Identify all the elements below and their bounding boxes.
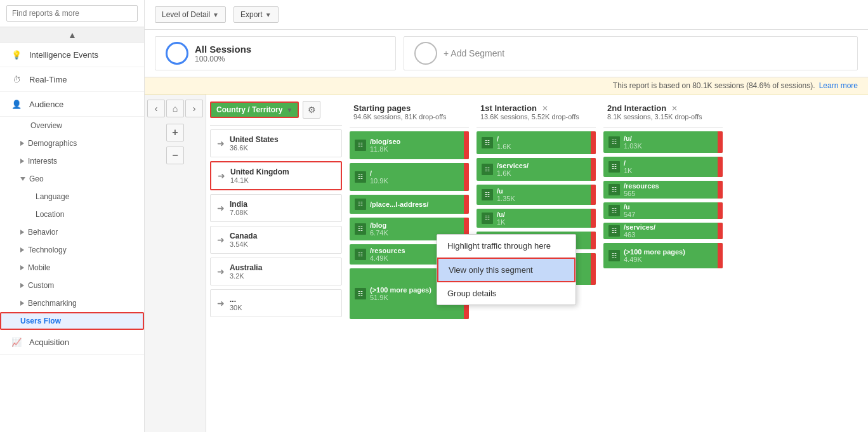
segment-info: All Sessions 100.00% [195,44,251,63]
sidebar-item-mobile[interactable]: Mobile [0,259,144,277]
flow-page-node-place[interactable]: ☷ /place...l-address/ [350,195,469,214]
col3-subtitle: 13.6K sessions, 5.52K drop-offs [480,113,592,121]
expand-icon [20,283,24,288]
flow-node-australia[interactable]: ➜ Australia 3.2K [210,258,342,285]
flow-page-node-c4-2[interactable]: ☷ /1K [603,157,723,177]
sidebar-item-language[interactable]: Language [0,188,144,206]
flow-column-1: Country / Territory ▼ ⚙ ➜ United States … [206,101,346,426]
col1-dropdown[interactable]: Country / Territory ▼ [210,101,299,118]
sidebar-item-custom[interactable]: Custom [0,277,144,294]
sidebar-item-overview[interactable]: Overview [0,117,144,134]
sidebar-item-intelligence-events[interactable]: 💡 Intelligence Events [0,43,144,67]
nav-arrows: ‹ ⌂ › + − [145,95,206,432]
flow-node-uk[interactable]: ➜ United Kingdom 14.1K [210,161,342,190]
flow-node-india[interactable]: ➜ India 7.08K [210,194,342,222]
sidebar-item-technology[interactable]: Technology [0,241,144,259]
page-icon: ☷ [608,250,620,261]
drop-bar [718,181,723,199]
node-arrow-icon: ➜ [217,298,225,308]
sidebar-item-acquisition[interactable]: 📈 Acquisition [0,330,144,355]
expand-icon [20,265,24,270]
add-segment-circle [414,42,437,65]
sidebar-item-interests[interactable]: Interests [0,152,144,170]
context-menu-item-highlight[interactable]: Highlight traffic through here [437,235,575,258]
flow-page-node-c3-1[interactable]: ☷ /1.6K [477,131,596,154]
flow-page-node-c4-4[interactable]: ☷ /u547 [603,202,723,219]
info-bar: This report is based on 80.1K sessions (… [145,77,868,95]
sidebar-item-location[interactable]: Location [0,206,144,223]
node-count: 3.54K [230,240,257,248]
flow-page-node-c4-5[interactable]: ☷ /services/463 [603,223,723,239]
sidebar-item-label: Intelligence Events [29,50,98,60]
flow-page-node-c4-1[interactable]: ☷ /u/1.03K [603,131,723,153]
expand-icon [20,159,24,164]
sidebar-item-audience[interactable]: 👤 Audience [0,92,144,117]
sidebar-item-label: Real-Time [29,75,67,84]
expand-icon [20,230,24,235]
level-of-detail-button[interactable]: Level of Detail ▼ [155,6,226,23]
page-count: 10.9K [370,177,388,185]
page-label: /blog [370,221,388,229]
sidebar-item-benchmarking[interactable]: Benchmarking [0,294,144,312]
flow-page-node-blog-seo[interactable]: ☷ /blog/seo 11.8K [350,131,469,159]
segment-bar: All Sessions 100.00% + Add Segment [145,30,868,77]
export-button[interactable]: Export ▼ [233,6,279,23]
sidebar-item-demographics[interactable]: Demographics [0,134,144,152]
sidebar-collapse-button[interactable]: ▲ [0,27,145,43]
node-info: Canada 3.54K [230,232,257,248]
page-icon: ☷ [482,164,493,175]
add-segment-button[interactable]: + Add Segment [404,36,858,70]
main-content: Level of Detail ▼ Export ▼ All Sessions … [145,0,868,432]
lightbulb-icon: 💡 [10,48,23,61]
flow-page-node-root[interactable]: ☷ / 10.9K [350,163,469,191]
page-info: /blog/seo 11.8K [370,138,400,153]
context-menu-item-view-only[interactable]: View only this segment [437,258,575,282]
add-segment-label: + Add Segment [444,48,504,58]
flow-page-node-c3-3[interactable]: ☷ /u1.35K [477,185,596,205]
all-sessions-segment[interactable]: All Sessions 100.00% [155,36,396,70]
drop-bar [718,131,723,153]
clock-icon: ⏱ [10,73,23,86]
sidebar-item-users-flow[interactable]: Users Flow [0,312,144,330]
node-count: 36.6K [230,144,279,152]
flow-page-node-c3-4[interactable]: ☷ /u/1K [477,209,596,228]
flow-page-node-c3-2[interactable]: ☷ /services/1.6K [477,158,596,181]
sidebar-item-behavior[interactable]: Behavior [0,223,144,241]
search-input[interactable] [6,5,138,22]
col4-close-icon[interactable]: ✕ [671,104,678,113]
page-count: 51.9K [370,294,431,301]
drop-bar [591,185,596,205]
sidebar-item-geo[interactable]: Geo [0,170,144,188]
node-label: Australia [230,263,262,272]
col3-header: 1st Interaction ✕ 13.6K sessions, 5.52K … [477,101,596,128]
nav-left-button[interactable]: ‹ [147,100,165,117]
col1-header: Country / Territory ▼ ⚙ [210,101,342,126]
nav-right-button[interactable]: › [185,100,203,117]
users-icon: 👤 [10,98,23,110]
nav-arrows-group: ‹ ⌂ › [147,100,203,117]
col3-close-icon[interactable]: ✕ [542,104,548,113]
page-label: /blog/seo [370,138,400,145]
page-icon: ☷ [482,137,493,148]
info-bar-text: This report is based on 80.1K sessions (… [613,81,815,90]
flow-page-node-c4-more[interactable]: ☷ (>100 more pages)4.49K [603,243,723,268]
learn-more-link[interactable]: Learn more [819,81,858,90]
flow-page-node-c4-3[interactable]: ☷ /resources565 [603,181,723,199]
nav-home-button[interactable]: ⌂ [166,100,184,117]
page-icon: ☷ [608,161,620,173]
flow-node-canada[interactable]: ➜ Canada 3.54K [210,226,342,254]
level-of-detail-label: Level of Detail [162,10,210,19]
zoom-out-button[interactable]: − [166,147,184,164]
context-menu: Highlight traffic through here View only… [437,234,576,305]
node-info: ... 30K [230,295,242,311]
context-menu-item-group[interactable]: Group details [437,282,575,304]
col1-gear-button[interactable]: ⚙ [303,101,320,119]
sidebar-item-label: Geo [29,174,44,183]
page-count: 4.49K [370,254,405,262]
flow-node-other[interactable]: ➜ ... 30K [210,289,342,317]
page-icon: ☷ [608,225,620,237]
node-count: 30K [230,304,242,311]
flow-node-us[interactable]: ➜ United States 36.6K [210,129,342,157]
sidebar-item-real-time[interactable]: ⏱ Real-Time [0,67,144,92]
zoom-in-button[interactable]: + [166,124,184,141]
